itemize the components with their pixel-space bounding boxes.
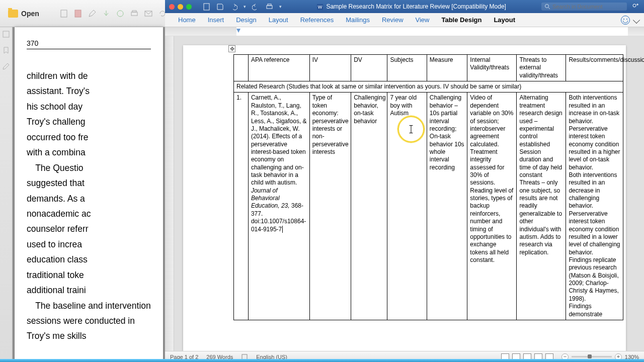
bookmark-icon xyxy=(2,46,10,54)
table-row[interactable]: 1. Carnett, A., Raulston, T., Lang, R., … xyxy=(234,93,623,320)
cell-dv[interactable]: Challenging behavior, on-task behavior xyxy=(351,93,387,320)
pdf2-icon[interactable] xyxy=(73,9,83,18)
preview-sheet: 370 children with de assistant. Troy's h… xyxy=(15,27,163,362)
tab-references[interactable]: References xyxy=(294,13,340,27)
traffic-lights[interactable] xyxy=(169,4,192,10)
close-icon[interactable] xyxy=(169,4,175,10)
svg-rect-9 xyxy=(268,4,271,6)
preview-toolbar: Open xyxy=(0,0,165,27)
svg-rect-5 xyxy=(132,11,136,12)
open-label: Open xyxy=(21,10,39,18)
document-page[interactable]: ✥ APA reference IV DV Subjects Measure I… xyxy=(183,45,626,351)
search-input[interactable] xyxy=(552,4,623,10)
svg-point-3 xyxy=(117,11,123,17)
svg-rect-2 xyxy=(75,10,81,17)
globe-icon[interactable] xyxy=(116,9,125,18)
th-iv[interactable]: IV xyxy=(309,55,351,81)
preview-viewport: 370 children with de assistant. Troy's h… xyxy=(13,27,165,362)
preview-body-text: children with de assistant. Troy's his s… xyxy=(27,68,151,344)
dock-edge xyxy=(0,359,644,362)
doc-title: W Sample Research Matrix for Literature … xyxy=(286,3,537,10)
search-icon xyxy=(544,4,550,10)
undo-icon[interactable] xyxy=(230,3,237,11)
th-internal[interactable]: Internal Validity/threats xyxy=(467,55,517,81)
preview-tool-icons xyxy=(59,9,167,18)
save-icon[interactable] xyxy=(216,3,224,11)
tab-layout[interactable]: Layout xyxy=(263,13,294,27)
cell-measure[interactable]: Challenging behavior – 10s partial inter… xyxy=(427,93,467,320)
cell-threats[interactable]: Alternating treatment research design us… xyxy=(517,93,566,320)
pdf-icon[interactable] xyxy=(59,9,68,18)
svg-text:W: W xyxy=(318,5,323,10)
print-icon[interactable] xyxy=(130,9,139,18)
tab-home[interactable]: Home xyxy=(172,13,202,27)
tab-review[interactable]: Review xyxy=(376,13,410,27)
svg-point-13 xyxy=(633,4,636,7)
th-threats[interactable]: Threats to external validity/threats xyxy=(517,55,566,81)
th-num[interactable] xyxy=(234,55,249,81)
tab-table-design[interactable]: Table Design xyxy=(435,13,488,27)
vertical-ruler[interactable] xyxy=(165,36,174,351)
preview-page-number: 370 xyxy=(27,39,151,49)
horizontal-ruler[interactable] xyxy=(165,27,644,36)
zoom-icon[interactable] xyxy=(186,4,192,10)
print-icon[interactable] xyxy=(266,3,273,11)
document-area: ✥ APA reference IV DV Subjects Measure I… xyxy=(165,36,644,351)
svg-point-12 xyxy=(545,5,549,8)
pencil-icon xyxy=(2,62,10,70)
cell-results[interactable]: Both interventions resulted in an increa… xyxy=(566,93,623,320)
th-results[interactable]: Results/comments/discussion xyxy=(566,55,623,81)
edit-icon[interactable] xyxy=(88,9,97,18)
svg-rect-4 xyxy=(131,12,137,16)
redo-icon[interactable] xyxy=(252,3,260,11)
arrow-icon[interactable] xyxy=(102,9,111,18)
tab-insert[interactable]: Insert xyxy=(202,13,230,27)
feedback-icon[interactable] xyxy=(621,16,630,25)
svg-rect-1 xyxy=(61,10,67,17)
section-row[interactable]: Related Research (Studies that look at s… xyxy=(234,81,623,93)
mac-sidebar-strip xyxy=(0,0,13,362)
word-window: ▾ ▾ W Sample Research Matrix for Literat… xyxy=(165,0,644,362)
stack-icon xyxy=(2,30,10,38)
zoom-slider[interactable] xyxy=(572,356,612,357)
table-move-handle[interactable]: ✥ xyxy=(228,45,235,52)
save-doc-icon[interactable] xyxy=(203,3,210,11)
tab-view[interactable]: View xyxy=(410,13,436,27)
word-titlebar: ▾ ▾ W Sample Research Matrix for Literat… xyxy=(165,0,644,13)
th-apa[interactable]: APA reference xyxy=(248,55,309,81)
search-box[interactable] xyxy=(541,3,627,11)
svg-rect-0 xyxy=(3,31,9,37)
mail-icon[interactable] xyxy=(144,9,153,18)
svg-rect-7 xyxy=(204,4,209,10)
share-icon[interactable] xyxy=(631,2,640,11)
folder-icon xyxy=(8,10,18,18)
collapse-ribbon-icon[interactable] xyxy=(633,16,640,23)
cell-internal[interactable]: Video of dependent variable on 30% of se… xyxy=(467,93,517,320)
th-dv[interactable]: DV xyxy=(351,55,387,81)
tab-table-layout[interactable]: Layout xyxy=(488,13,521,27)
tab-design[interactable]: Design xyxy=(230,13,262,27)
minimize-icon[interactable] xyxy=(178,4,183,10)
cell-iv[interactable]: Type of token economy: perseverative int… xyxy=(309,93,351,320)
tab-mailings[interactable]: Mailings xyxy=(340,13,376,27)
research-matrix-table[interactable]: APA reference IV DV Subjects Measure Int… xyxy=(233,54,623,320)
cell-subjects[interactable]: 7 year old boy with Autism xyxy=(387,93,427,320)
svg-rect-8 xyxy=(267,6,272,9)
ribbon-tabs: Home Insert Design Layout References Mai… xyxy=(165,13,644,27)
open-button[interactable]: Open xyxy=(3,8,44,20)
th-measure[interactable]: Measure xyxy=(427,55,467,81)
th-subjects[interactable]: Subjects xyxy=(387,55,427,81)
svg-rect-14 xyxy=(242,354,247,359)
cell-apa[interactable]: Carnett, A., Raulston, T., Lang, R., Tos… xyxy=(248,93,309,320)
cell-num[interactable]: 1. xyxy=(234,93,249,320)
